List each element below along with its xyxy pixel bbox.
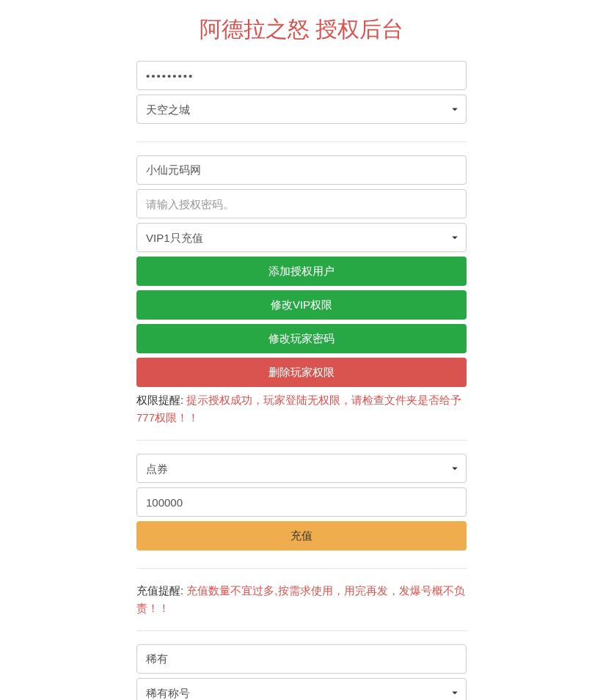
title-select[interactable]: 稀有称号 (136, 678, 467, 700)
password-input[interactable] (136, 61, 467, 90)
recharge-notice-text: 充值数量不宜过多,按需求使用，用完再发，发爆号概不负责！！ (136, 584, 465, 614)
auth-section: VIP1只充值 添加授权用户 修改VIP权限 修改玩家密码 删除玩家权限 权限提… (136, 155, 467, 441)
currency-select[interactable]: 点券 (136, 454, 467, 483)
auth-notice: 权限提醒: 提示授权成功，玩家登陆无权限，请检查文件夹是否给予777权限！！ (136, 391, 467, 427)
recharge-notice-label: 充值提醒: (136, 584, 186, 597)
recharge-button[interactable]: 充值 (136, 521, 467, 550)
page-title: 阿德拉之怒 授权后台 (136, 15, 467, 45)
delete-permission-button[interactable]: 删除玩家权限 (136, 358, 467, 387)
modify-vip-button[interactable]: 修改VIP权限 (136, 290, 467, 320)
recharge-notice-section: 充值提醒: 充值数量不宜过多,按需求使用，用完再发，发爆号概不负责！！ (136, 582, 467, 631)
vip-select[interactable]: VIP1只充值 (136, 223, 467, 252)
login-section: 天空之城 (136, 61, 467, 142)
auth-password-input[interactable] (136, 189, 467, 218)
server-select[interactable]: 天空之城 (136, 95, 467, 124)
amount-input[interactable] (136, 487, 467, 517)
username-input[interactable] (136, 155, 467, 185)
recharge-section: 点券 充值 (136, 454, 467, 569)
modify-password-button[interactable]: 修改玩家密码 (136, 324, 467, 353)
rarity-input[interactable] (136, 644, 467, 674)
recharge-notice: 充值提醒: 充值数量不宜过多,按需求使用，用完再发，发爆号概不负责！！ (136, 582, 467, 617)
add-user-button[interactable]: 添加授权用户 (136, 257, 467, 286)
auth-notice-label: 权限提醒: (136, 394, 186, 406)
mail-section: 稀有称号 发送邮件物品 (136, 644, 467, 700)
